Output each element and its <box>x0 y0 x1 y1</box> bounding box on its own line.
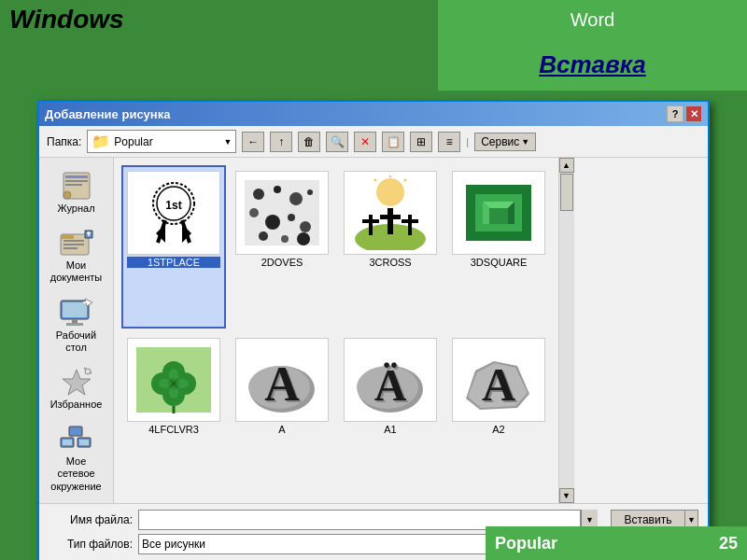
folder-dropdown[interactable]: 📁 Popular ▼ <box>87 130 236 153</box>
sidebar-item-network[interactable]: Мое сетевое окружение <box>44 418 109 497</box>
svg-point-75 <box>159 379 172 388</box>
svg-rect-26 <box>69 427 82 436</box>
svg-text:A: A <box>264 357 300 411</box>
svg-point-44 <box>300 221 311 232</box>
svg-rect-57 <box>408 215 412 235</box>
svg-point-46 <box>281 235 289 243</box>
servic-label: Сервис <box>481 135 519 148</box>
svg-rect-15 <box>72 319 78 323</box>
journal-label: Журнал <box>57 203 94 215</box>
filename-label: Имя файла: <box>49 513 133 526</box>
svg-point-43 <box>288 214 295 221</box>
up-button[interactable]: ↑ <box>270 132 292 152</box>
mydocs-icon <box>58 226 95 259</box>
svg-line-51 <box>374 179 376 181</box>
back-button[interactable]: ← <box>242 132 264 152</box>
copy-button[interactable]: 📋 <box>382 132 404 152</box>
sidebar-item-journal[interactable]: Журнал <box>44 165 109 218</box>
favorites-icon <box>58 365 95 399</box>
scroll-thumb[interactable] <box>560 174 573 211</box>
cancel-x-button[interactable]: ✕ <box>354 132 376 152</box>
file-name-1stplace: 1STPLACE <box>127 257 220 268</box>
file-item-3dsquare[interactable]: 3DSQUARE <box>446 165 551 329</box>
vstavka-heading: Вставка <box>539 50 645 79</box>
desktop-icon <box>58 296 95 329</box>
svg-rect-54 <box>380 215 401 219</box>
second-right: Вставка <box>438 39 747 91</box>
svg-point-74 <box>169 385 178 399</box>
network-label: Мое сетевое окружение <box>48 455 106 493</box>
svg-point-47 <box>297 232 310 245</box>
sidebar-item-desktop[interactable]: Рабочий стол <box>44 292 109 357</box>
filetype-label: Тип файлов: <box>49 538 133 551</box>
file-item-3cross[interactable]: 3CROSS <box>338 165 443 329</box>
file-name-3cross: 3CROSS <box>369 257 411 268</box>
svg-point-21 <box>85 369 91 374</box>
insert-picture-dialog: Добавление рисунка ? ✕ Папка: 📁 Popular … <box>37 100 710 560</box>
file-grid-container: 1st 1STPLACE <box>114 158 708 503</box>
network-icon <box>58 422 95 455</box>
second-left <box>0 39 438 91</box>
servic-button[interactable]: Сервис ▼ <box>474 133 536 151</box>
folder-label: Папка: <box>47 135 81 148</box>
extra-button[interactable]: ≡ <box>438 132 460 152</box>
file-name-2doves: 2DOVES <box>261 257 303 268</box>
svg-point-48 <box>376 178 404 206</box>
folder-icon: 📁 <box>92 133 110 150</box>
svg-rect-7 <box>63 240 84 242</box>
dialog-title: Добавление рисунка <box>45 107 170 121</box>
file-thumb-a: A A <box>235 338 329 422</box>
file-item-1stplace[interactable]: 1st 1STPLACE <box>121 165 226 329</box>
folder-name: Popular <box>114 135 152 148</box>
file-name-4lfclvr3: 4LFCLVR3 <box>148 424 199 435</box>
dropdown-arrow-icon: ▼ <box>223 137 232 147</box>
svg-point-42 <box>265 215 280 230</box>
top-right: Word <box>438 0 747 39</box>
svg-line-27 <box>67 436 76 438</box>
sidebar-item-favorites[interactable]: Избранное <box>44 361 109 414</box>
view-button[interactable]: ⊞ <box>410 132 432 152</box>
scroll-track <box>559 173 574 488</box>
sidebar-item-mydocs[interactable]: Мои документы <box>44 222 109 287</box>
delete-button[interactable]: 🗑 <box>298 132 320 152</box>
svg-point-38 <box>274 186 281 193</box>
svg-text:A: A <box>482 358 515 411</box>
file-thumb-4lfclvr3 <box>127 338 220 422</box>
file-item-a[interactable]: A A A <box>230 332 334 496</box>
file-thumb-2doves <box>235 171 329 255</box>
svg-point-4 <box>63 191 71 199</box>
file-item-a1[interactable]: Ä Ä A1 <box>338 332 443 496</box>
svg-rect-58 <box>402 219 418 223</box>
scrollbar[interactable]: ▲ ▼ <box>558 158 573 503</box>
file-name-a2: A2 <box>492 424 504 435</box>
file-thumb-3cross <box>344 171 437 255</box>
svg-rect-25 <box>79 440 89 445</box>
file-item-a2[interactable]: A A A2 <box>446 332 551 496</box>
svg-point-73 <box>169 369 178 382</box>
file-item-2doves[interactable]: 2DOVES <box>230 165 334 329</box>
scroll-up-button[interactable]: ▲ <box>559 158 574 173</box>
journal-icon <box>58 169 95 203</box>
desktop-label: Рабочий стол <box>48 329 106 354</box>
dialog-titlebar: Добавление рисунка ? ✕ <box>39 102 708 126</box>
favorites-label: Избранное <box>50 399 103 411</box>
svg-point-37 <box>253 189 264 200</box>
second-row: Вставка <box>0 39 747 91</box>
servic-arrow-icon: ▼ <box>521 137 529 147</box>
file-thumb-a2: A A <box>452 338 545 422</box>
file-name-a1: A1 <box>384 424 396 435</box>
scroll-down-button[interactable]: ▼ <box>559 488 574 503</box>
svg-rect-56 <box>362 219 379 223</box>
dialog-body: Журнал <box>39 158 708 503</box>
help-button[interactable]: ? <box>667 105 684 122</box>
close-button[interactable]: ✕ <box>685 105 702 122</box>
file-item-4lfclvr3[interactable]: 4LFCLVR3 <box>121 332 226 496</box>
svg-line-50 <box>404 179 406 181</box>
file-name-a: A <box>278 424 285 435</box>
file-grid: 1st 1STPLACE <box>114 158 558 503</box>
top-left: Windows <box>0 0 438 39</box>
svg-rect-53 <box>388 208 393 234</box>
word-title: Word <box>571 9 614 31</box>
search-button[interactable]: 🔍 <box>326 132 348 152</box>
windows-title: Windows <box>9 5 124 35</box>
